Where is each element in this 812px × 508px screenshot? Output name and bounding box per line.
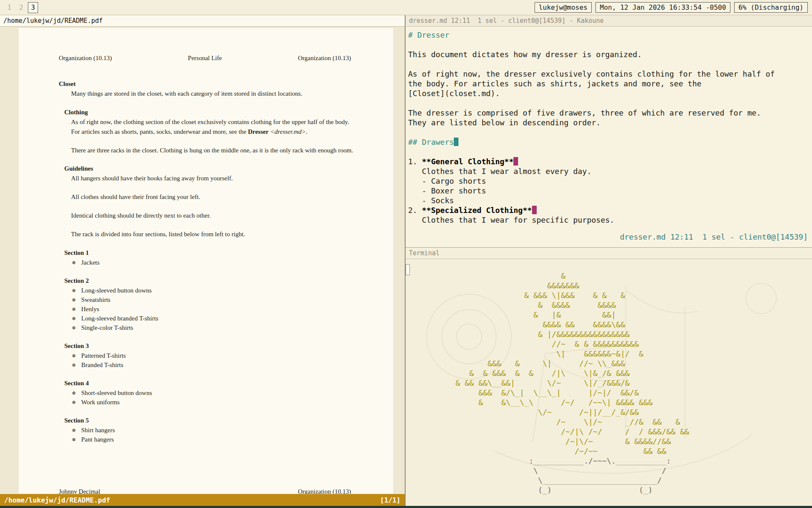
pdf-page: Organization (10.13) Personal Life Organ…	[18, 28, 394, 494]
guideline-paragraph: Identical clothing should be directly ne…	[71, 211, 357, 221]
paragraph-line: The dresser is comprised of five drawers…	[408, 108, 812, 118]
numbered-item-line: 2. **Specialized Clothing**	[408, 205, 812, 215]
markdown-h2-line: ## Drawers	[408, 137, 812, 147]
guideline-paragraph: All clothes should have their front faci…	[71, 192, 357, 202]
bonsai-ascii-art: & &&&&&&& & &&& \|&&& & & & & &&&& &&&& …	[455, 271, 689, 495]
blank-line	[408, 59, 812, 69]
section-item: ⊛Long-sleeved button downs	[72, 286, 393, 295]
bullet-icon: ⊛	[72, 360, 81, 370]
section-3-heading: Section 3	[64, 341, 393, 351]
markdown-h1: # Dresser	[408, 30, 812, 40]
workspace-switcher: 1 2 3	[4, 2, 38, 13]
window-border-strip	[0, 506, 812, 508]
list-item-line: - Boxer shorts	[408, 186, 812, 196]
blank-line	[408, 127, 812, 137]
bullet-icon: ⊛	[72, 314, 81, 323]
section-item: ⊛Patterned T-shirts	[72, 351, 393, 360]
paragraph-line: the body. For articles such as shirts, j…	[408, 79, 812, 88]
section-item: ⊛Henlys	[72, 304, 393, 314]
pdf-footer-right: Organization (10.13)	[298, 487, 351, 494]
bullet-icon: ⊛	[72, 258, 81, 267]
right-column: dresser.md 12:11 1 sel - client0@[14539]…	[406, 15, 812, 506]
clothing-paragraph: As of right now, the clothing section of…	[71, 117, 357, 137]
desktop-screen: 1 2 3 lukejw@moses Mon, 12 Jan 2026 16:3…	[0, 0, 812, 508]
blank-line	[408, 98, 812, 108]
pdf-header-center: Personal Life	[188, 53, 222, 63]
bullet-icon: ⊛	[72, 425, 81, 435]
zathura-statusbar: /home/lukejw/jd/README.pdf [1/1]	[0, 494, 405, 506]
section-4-heading: Section 4	[64, 378, 393, 388]
pdf-footer-left: Johnny Decimal	[59, 487, 100, 494]
dresser-bold: Dresser	[248, 128, 269, 135]
section-item: ⊛Work uniforms	[72, 398, 393, 407]
bold-text: **Specialized Clothing**	[422, 206, 532, 215]
section-item: ⊛Pant hangers	[72, 435, 393, 444]
section-item: ⊛Sweatshirts	[72, 295, 393, 304]
section-item: ⊛Branded T-shirts	[72, 360, 393, 370]
paragraph-line: Clothes that I wear almost every day.	[408, 166, 812, 176]
terminal-output[interactable]: & &&&&&&& & &&& \|&&& & & & & &&&& &&&& …	[406, 259, 812, 506]
bullet-icon: ⊛	[72, 388, 81, 398]
pdf-page-header: Organization (10.13) Personal Life Organ…	[19, 28, 393, 63]
kakoune-window-title[interactable]: dresser.md 12:11 1 sel - client0@[14539]…	[406, 15, 812, 27]
zathura-file-path: /home/lukejw/jd/README.pdf	[4, 496, 110, 504]
blank-line	[408, 147, 812, 157]
pdf-window-title[interactable]: /home/lukejw/jd/README.pdf	[0, 15, 405, 27]
kakoune-window: dresser.md 12:11 1 sel - client0@[14539]…	[406, 15, 812, 248]
bullet-icon: ⊛	[72, 304, 81, 314]
workspace-1-button[interactable]: 1	[4, 2, 14, 13]
guideline-paragraph: The rack is divided into four sections, …	[71, 229, 357, 239]
pdf-window: /home/lukejw/jd/README.pdf Organization …	[0, 15, 406, 506]
battery-status: 6% (Discharging)	[734, 2, 808, 13]
pdf-header-left: Organization (10.13)	[59, 53, 112, 63]
list-item-line: - Socks	[408, 196, 812, 205]
bullet-icon: ⊛	[72, 398, 81, 407]
workspace-2-button[interactable]: 2	[16, 2, 26, 13]
paragraph-line: Clothes that I wear for specific purpose…	[408, 215, 812, 225]
bullet-icon: ⊛	[72, 351, 81, 360]
bullet-icon: ⊛	[72, 286, 81, 295]
dresser-link-italic: <dresser.md>	[270, 128, 306, 135]
section-item: ⊛Short-sleeved button downs	[72, 388, 393, 398]
numbered-item-line: 1. **General Clothing**	[408, 157, 812, 166]
paragraph-line: They are listed below in descending orde…	[408, 118, 812, 127]
bonsai-pot: :___________./~~~\.___________: \ / \___…	[455, 456, 689, 495]
top-status-bar: 1 2 3 lukejw@moses Mon, 12 Jan 2026 16:3…	[0, 0, 812, 15]
bullet-icon: ⊛	[72, 295, 81, 304]
guideline-paragraph: All hangers should have their hooks faci…	[71, 174, 357, 183]
section-item: ⊛Long-sleeved branded T-shirts	[72, 314, 393, 323]
hostname-badge: lukejw@moses	[535, 2, 592, 13]
bonsai-foliage: & &&&&&&& & &&& \|&&& & & & & &&&& &&&& …	[455, 271, 689, 456]
section-2-heading: Section 2	[64, 276, 393, 286]
section-item: ⊛Single-color T-shirts	[72, 323, 393, 332]
closet-heading: Closet	[59, 79, 393, 89]
workspace-3-button[interactable]: 3	[28, 2, 38, 13]
pdf-header-right: Organization (10.13)	[298, 53, 351, 63]
paragraph-line: This document dictates how my dresser is…	[408, 50, 812, 59]
primary-cursor	[454, 138, 458, 146]
clock: Mon, 12 Jan 2026 16:33:54 -0500	[595, 2, 730, 13]
list-item-line: - Cargo shorts	[408, 176, 812, 186]
blank-line	[408, 40, 812, 50]
bold-text: **General Clothing**	[422, 157, 514, 166]
kakoune-modeline: dresser.md 12:11 1 sel - client0@[14539]	[406, 232, 812, 247]
zathura-page-indicator: [1/1]	[380, 496, 401, 504]
clothing-heading: Clothing	[64, 108, 393, 117]
bullet-icon: ⊛	[72, 323, 81, 332]
trailing-space-highlight	[532, 206, 537, 214]
section-1-heading: Section 1	[64, 248, 393, 258]
terminal-window-title[interactable]: Terminal	[406, 248, 812, 259]
pdf-viewport[interactable]: Organization (10.13) Personal Life Organ…	[0, 27, 405, 494]
terminal-scrollbar-thumb[interactable]	[406, 264, 410, 275]
status-indicators: lukejw@moses Mon, 12 Jan 2026 16:33:54 -…	[531, 2, 808, 13]
section-5-heading: Section 5	[64, 416, 393, 425]
paragraph-line: [Closet](closet.md).	[408, 88, 812, 98]
closet-paragraph: Many things are stored in the closet, wi…	[71, 89, 357, 99]
editor-buffer[interactable]: # Dresser This document dictates how my …	[406, 27, 812, 232]
paragraph-line: As of right now, the dresser exclusively…	[408, 69, 812, 79]
trailing-space-highlight	[513, 157, 518, 166]
pdf-page-footer: Johnny Decimal Organization (10.13)	[19, 487, 393, 494]
bullet-icon: ⊛	[72, 435, 81, 444]
racks-paragraph: There are three racks in the closet. Clo…	[71, 146, 357, 155]
section-item: ⊛Jackets	[72, 258, 393, 267]
